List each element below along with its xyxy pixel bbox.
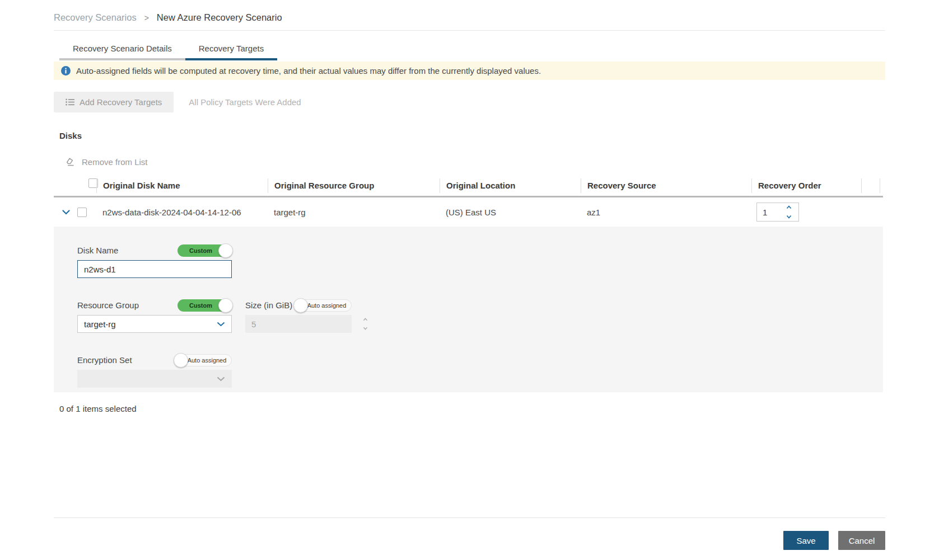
footer-actions: Save Cancel [54, 531, 885, 550]
cell-recovery-source: az1 [581, 208, 751, 217]
breadcrumb-separator-icon: > [144, 13, 149, 22]
chevron-down-icon [217, 322, 225, 327]
save-button[interactable]: Save [783, 531, 829, 550]
toggle-knob [218, 243, 233, 258]
footer-divider [54, 517, 885, 518]
table-row: n2ws-data-disk-2024-04-04-14-12-06 targe… [54, 197, 883, 227]
cell-original-disk-name: n2ws-data-disk-2024-04-04-14-12-06 [96, 208, 268, 217]
col-recovery-source: Recovery Source [581, 178, 751, 193]
stepper-up-icon [363, 318, 368, 321]
info-banner-text: Auto-assigned fields will be computed at… [76, 66, 541, 76]
resource-group-label: Resource Group [77, 300, 139, 310]
disk-name-input[interactable] [77, 260, 232, 278]
add-recovery-targets-button[interactable]: Add Recovery Targets [54, 92, 174, 112]
cell-original-location: (US) East US [440, 208, 581, 217]
selection-summary: 0 of 1 items selected [59, 404, 885, 413]
col-recovery-order: Recovery Order [751, 178, 861, 193]
size-label: Size (in GiB) [245, 300, 292, 310]
disks-section-title: Disks [59, 131, 885, 140]
all-policy-targets-note: All Policy Targets Were Added [189, 97, 301, 107]
add-recovery-targets-label: Add Recovery Targets [80, 97, 162, 107]
disks-table: Original Disk Name Original Resource Gro… [54, 175, 883, 392]
page-title: New Azure Recovery Scenario [157, 12, 282, 23]
size-auto-assigned-toggle[interactable]: Auto assigned [294, 299, 352, 312]
disk-name-custom-toggle[interactable]: Custom [177, 244, 232, 257]
encryption-set-label: Encryption Set [77, 355, 132, 365]
col-original-disk-name: Original Disk Name [96, 178, 268, 193]
info-icon [61, 66, 71, 76]
breadcrumb: Recovery Scenarios > New Azure Recovery … [54, 0, 885, 31]
resource-group-selected-value: target-rg [84, 319, 116, 329]
disks-table-header: Original Disk Name Original Resource Gro… [54, 175, 883, 197]
resource-group-field-group: Resource Group Custom target-rg [77, 299, 232, 333]
remove-from-list-label: Remove from List [82, 157, 148, 167]
toolbar: Add Recovery Targets All Policy Targets … [54, 92, 885, 112]
col-actions [861, 178, 880, 193]
toggle-knob [174, 353, 188, 368]
resource-group-custom-toggle[interactable]: Custom [177, 299, 232, 312]
row-checkbox[interactable] [77, 208, 87, 217]
cancel-button[interactable]: Cancel [838, 531, 885, 550]
size-input [245, 319, 363, 329]
encryption-set-field-group: Encryption Set Auto assigned [77, 354, 232, 388]
toggle-knob [218, 298, 233, 313]
resource-group-select[interactable]: target-rg [77, 315, 232, 333]
stepper-up-icon[interactable] [786, 205, 792, 209]
remove-from-list-button[interactable]: Remove from List [66, 157, 885, 167]
recovery-order-stepper [756, 203, 799, 222]
size-field-group: Size (in GiB) Auto assigned [245, 299, 352, 333]
page: Recovery Scenarios > New Azure Recovery … [54, 0, 885, 550]
size-stepper [245, 315, 352, 333]
disk-name-label: Disk Name [77, 246, 118, 255]
cell-original-resource-group: target-rg [268, 208, 440, 217]
stepper-down-icon [363, 327, 368, 330]
tab-recovery-targets[interactable]: Recovery Targets [185, 38, 277, 60]
recovery-order-input[interactable] [757, 208, 782, 217]
list-icon [66, 98, 74, 106]
chevron-down-icon [217, 377, 225, 382]
tab-bar: Recovery Scenario Details Recovery Targe… [59, 38, 885, 60]
encryption-set-auto-assigned-toggle[interactable]: Auto assigned [174, 354, 232, 366]
disk-detail-panel: Disk Name Custom Resource Group Custom [54, 227, 883, 392]
breadcrumb-parent-link[interactable]: Recovery Scenarios [54, 12, 137, 23]
disk-name-field-group: Disk Name Custom [77, 244, 232, 278]
stepper-down-icon[interactable] [786, 215, 792, 219]
row-expand-chevron-down-icon[interactable] [62, 210, 70, 215]
tab-recovery-scenario-details[interactable]: Recovery Scenario Details [59, 38, 185, 60]
col-original-resource-group: Original Resource Group [268, 178, 440, 193]
encryption-set-select [77, 370, 232, 388]
eraser-icon [66, 158, 76, 166]
col-original-location: Original Location [440, 178, 581, 193]
info-banner: Auto-assigned fields will be computed at… [54, 62, 885, 80]
toggle-knob [293, 298, 308, 313]
